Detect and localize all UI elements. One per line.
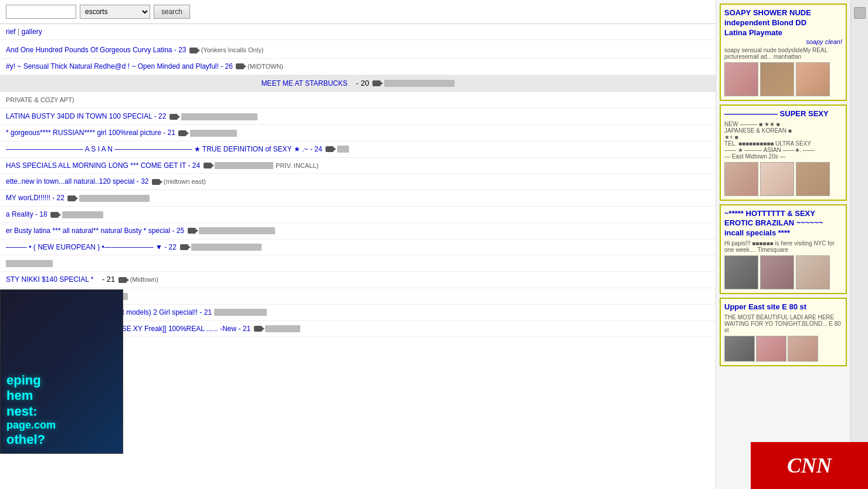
sidebar-ad-soapy[interactable]: SOAPY SHOWER NUDEindependent Blond DDLat… bbox=[720, 4, 847, 101]
list-item: * gorgeous**** RUSSIAN**** girl 100%real… bbox=[0, 125, 716, 141]
blurred-content bbox=[337, 146, 349, 153]
ad-title-supersexy: ——————— SUPER SEXY bbox=[724, 109, 842, 119]
ad-thumb bbox=[796, 255, 830, 289]
video-line1: eping bbox=[6, 373, 117, 388]
listing-link[interactable]: MEET ME AT STARBUCKS bbox=[261, 79, 347, 87]
blurred-content bbox=[181, 113, 257, 120]
list-item: MY worLD!!!!!! - 22 bbox=[0, 190, 716, 207]
main-layout: escorts adult jobs massage search rief |… bbox=[0, 0, 868, 489]
blurred-content bbox=[191, 244, 262, 251]
right-sidebar: SOAPY SHOWER NUDEindependent Blond DDLat… bbox=[716, 0, 850, 489]
camera-icon bbox=[152, 179, 160, 185]
listing-link[interactable]: er Busty latina *** all natural** natura… bbox=[6, 227, 184, 235]
nav-link-rief[interactable]: rief bbox=[6, 28, 16, 36]
blurred-content bbox=[214, 309, 267, 316]
video-line2: hem bbox=[6, 388, 117, 403]
ad-body-supersexy: NEW ——— ■ ★★ ■ JAPANESE & KOREAN ■ ★+ ■ … bbox=[724, 121, 842, 160]
listing-link[interactable]: ——————————— A S I A N ——————————— ★ TRUE… bbox=[6, 145, 322, 153]
ad-thumb bbox=[724, 162, 758, 196]
list-item: MEET ME AT STARBUCKS - 20 bbox=[0, 75, 716, 93]
camera-icon bbox=[372, 80, 381, 86]
blurred-content bbox=[215, 162, 273, 169]
camera-icon bbox=[204, 163, 212, 168]
listing-meta: PRIVATE & COZY APT) bbox=[6, 96, 74, 103]
camera-icon bbox=[326, 146, 334, 152]
blurred-content bbox=[384, 80, 455, 87]
list-item: LATINA BUSTY 34DD IN TOWN 100 SPECIAL - … bbox=[0, 109, 716, 125]
ad-highlight-soapy: soapy clean! bbox=[806, 38, 842, 45]
listing-link[interactable]: MY worLD!!!!!! - 22 bbox=[6, 194, 65, 202]
camera-icon bbox=[178, 130, 187, 136]
sidebar-ad-supersexy[interactable]: ——————— SUPER SEXY NEW ——— ■ ★★ ■ JAPANE… bbox=[720, 104, 847, 201]
blurred-content bbox=[190, 130, 237, 137]
cnn-logo: CNN bbox=[787, 453, 832, 478]
ad-thumbs-supersexy bbox=[724, 162, 842, 196]
ad-title-soapy: SOAPY SHOWER NUDEindependent Blond DDLat… bbox=[724, 8, 842, 38]
camera-icon bbox=[50, 212, 59, 218]
ad-thumb bbox=[788, 336, 818, 362]
blurred-content bbox=[265, 325, 300, 332]
ad-thumb bbox=[724, 336, 755, 362]
ad-thumb bbox=[724, 255, 758, 289]
ad-thumbs-uppereast bbox=[724, 336, 842, 362]
camera-icon bbox=[118, 277, 127, 283]
ad-thumb bbox=[760, 162, 794, 196]
search-input[interactable] bbox=[6, 5, 76, 19]
ad-body-brazilian: Hi papis!!! ■■■■■■ is here visiting NYC … bbox=[724, 240, 842, 253]
listing-link[interactable]: HAS SPECIALS ALL MORNING LONG *** COME G… bbox=[6, 161, 200, 170]
list-item: a Reality - 18 bbox=[0, 207, 716, 223]
list-item: ette..new in town...all natural..120 spe… bbox=[0, 174, 716, 190]
ad-title-brazilian: ~***** HOTTTTTT & SEXYEROTIC BRAZILAN ~~… bbox=[724, 209, 842, 239]
ad-thumbs-soapy bbox=[724, 62, 842, 96]
listing-link[interactable]: a Reality - 18 bbox=[6, 210, 48, 218]
listing-meta: PRIV. INCALL) bbox=[276, 162, 318, 169]
cnn-overlay: CNN bbox=[751, 442, 868, 489]
listing-meta: (midtown east) bbox=[164, 178, 206, 185]
nav-link-gallery[interactable]: gallery bbox=[21, 28, 42, 36]
video-line4: page.com bbox=[6, 419, 117, 432]
camera-icon bbox=[189, 48, 198, 53]
video-overlay: eping hem nest: page.com othel? bbox=[0, 289, 123, 454]
listing-link[interactable]: #y! ~ Sensual Thick Natural Redhe@d ! ~ … bbox=[6, 62, 233, 70]
list-item: STY NIKKI $140 SPECIAL * - 21 (Midtown) bbox=[0, 272, 716, 288]
list-item: HAS SPECIALS ALL MORNING LONG *** COME G… bbox=[0, 158, 716, 174]
listing-meta: (MIDTOWN) bbox=[247, 63, 283, 70]
listing-link[interactable]: STY NIKKI $140 SPECIAL * bbox=[6, 275, 93, 284]
listing-link[interactable]: ette..new in town...all natural..120 spe… bbox=[6, 177, 148, 186]
ad-thumbs-brazilian bbox=[724, 255, 842, 289]
blurred-content bbox=[6, 260, 53, 267]
camera-icon bbox=[67, 195, 76, 201]
search-button[interactable]: search bbox=[154, 5, 190, 19]
ad-body-soapy: soapy sensual nude bodyslideMy REAL pict… bbox=[724, 47, 842, 60]
camera-icon bbox=[169, 114, 178, 120]
listing-meta: (Yonkers Incalls Only) bbox=[201, 46, 264, 53]
scrollbar-thumb[interactable] bbox=[854, 7, 866, 19]
sidebar-ad-brazilian[interactable]: ~***** HOTTTTTT & SEXYEROTIC BRAZILAN ~~… bbox=[720, 204, 847, 295]
video-text: eping hem nest: page.com othel? bbox=[6, 373, 117, 447]
ad-thumb bbox=[760, 255, 794, 289]
category-select[interactable]: escorts adult jobs massage bbox=[80, 5, 150, 19]
ad-title-uppereast: Upper East site E 80 st bbox=[724, 302, 842, 312]
list-item: er Busty latina *** all natural** natura… bbox=[0, 223, 716, 240]
listing-link[interactable]: * gorgeous**** RUSSIAN**** girl 100%real… bbox=[6, 129, 175, 137]
listing-link[interactable]: ——— • ( NEW EUROPEAN ) •——————— ▼ - 22 bbox=[6, 243, 177, 251]
camera-icon bbox=[180, 244, 188, 250]
listing-link[interactable]: LATINA BUSTY 34DD IN TOWN 100 SPECIAL - … bbox=[6, 112, 166, 120]
listing-link[interactable]: And One Hundred Pounds Of Gorgeous Curvy… bbox=[6, 46, 187, 54]
blurred-content bbox=[79, 195, 150, 202]
sidebar-ad-uppereast[interactable]: Upper East site E 80 st THE MOST BEAUTIF… bbox=[720, 298, 847, 366]
ad-thumb bbox=[796, 62, 830, 96]
ad-thumb bbox=[760, 62, 794, 96]
far-right-panel bbox=[850, 0, 868, 489]
video-line3: nest: bbox=[6, 404, 117, 419]
list-item: #y! ~ Sensual Thick Natural Redhe@d ! ~ … bbox=[0, 59, 716, 75]
list-item: ——————————— A S I A N ——————————— ★ TRUE… bbox=[0, 141, 716, 158]
video-content: eping hem nest: page.com othel? bbox=[1, 290, 123, 453]
camera-icon bbox=[236, 63, 244, 69]
nav-links: rief | gallery bbox=[0, 24, 716, 40]
camera-icon bbox=[188, 228, 196, 234]
video-line5: othel? bbox=[6, 432, 117, 447]
list-item: PRIVATE & COZY APT) bbox=[0, 92, 716, 109]
blurred-content bbox=[199, 227, 275, 234]
ad-thumb bbox=[756, 336, 786, 362]
